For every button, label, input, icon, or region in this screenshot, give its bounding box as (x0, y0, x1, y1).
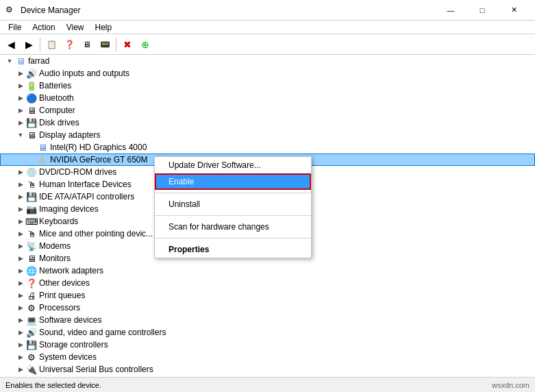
label-intel: Intel(R) HD Graphics 4000 (50, 143, 147, 152)
menu-view[interactable]: View (61, 21, 90, 34)
title-bar-controls: — □ ✕ (435, 0, 530, 21)
expander-other[interactable]: ▶ (15, 278, 26, 289)
label-storage: Storage controllers (39, 340, 108, 350)
tree-item-system[interactable]: ▶ ⚙ System devices (0, 351, 535, 363)
icon-computer: 🖥 (15, 56, 26, 66)
expander-storage[interactable]: ▶ (15, 339, 26, 350)
icon-nvidia: ⚠ (37, 154, 48, 165)
expander-sound[interactable]: ▶ (15, 327, 26, 338)
scan-button[interactable]: 🖥 (79, 36, 95, 53)
tree-panel[interactable]: ▼ 🖥 farrad ▶ 🔊 Audio inputs and outputs … (0, 55, 535, 377)
expander-processors[interactable]: ▶ (15, 302, 26, 313)
menu-action[interactable]: Action (27, 21, 60, 34)
label-monitors: Monitors (39, 254, 71, 263)
minimize-button[interactable]: — (435, 0, 466, 21)
label-dvd: DVD/CD-ROM drives (39, 167, 116, 177)
expander-ide[interactable]: ▶ (15, 191, 26, 202)
close-button[interactable]: ✕ (498, 0, 530, 21)
expander-dvd[interactable]: ▶ (15, 167, 26, 177)
tree-item-intel[interactable]: ▶ 🖥 Intel(R) HD Graphics 4000 (0, 141, 535, 154)
maximize-button[interactable]: □ (466, 0, 498, 21)
tree-item-computer[interactable]: ▶ 🖥 Computer (0, 104, 535, 117)
expander-printqueues[interactable]: ▶ (15, 290, 26, 301)
menu-help[interactable]: Help (90, 21, 118, 34)
tree-item-bluetooth[interactable]: ▶ 🔵 Bluetooth (0, 92, 535, 104)
tree-item-diskdrives[interactable]: ▶ 💾 Disk drives (0, 117, 535, 129)
update-driver-button[interactable]: 📟 (97, 36, 113, 53)
tree-item-batteries[interactable]: ▶ 🔋 Batteries (0, 79, 535, 92)
expander-computer[interactable]: ▶ (15, 105, 26, 116)
properties-button[interactable]: 📋 (43, 36, 60, 53)
title-bar-title: Device Manager (21, 5, 435, 15)
icon-dvd: 💿 (26, 167, 37, 177)
icon-system: ⚙ (26, 352, 37, 363)
expander-imaging[interactable]: ▶ (15, 204, 26, 215)
tree-item-processors[interactable]: ▶ ⚙ Processors (0, 302, 535, 314)
tree-item-usb[interactable]: ▶ 🔌 Universal Serial Bus controllers (0, 363, 535, 376)
tree-item-printqueues[interactable]: ▶ 🖨 Print queues (0, 289, 535, 302)
icon-sound: 🔊 (26, 327, 37, 338)
label-root: farrad (28, 56, 49, 66)
tree-item-software[interactable]: ▶ 💻 Software devices (0, 314, 535, 326)
context-menu-uninstall[interactable]: Uninstall (155, 196, 311, 212)
expander-audio[interactable]: ▶ (15, 68, 26, 79)
expander-modems[interactable]: ▶ (15, 241, 26, 252)
icon-other: ❓ (26, 278, 37, 289)
label-bluetooth: Bluetooth (39, 93, 74, 103)
label-processors: Processors (39, 303, 80, 313)
expander-hid[interactable]: ▶ (15, 179, 26, 190)
icon-software: 💻 (26, 315, 37, 326)
expander-network[interactable]: ▶ (15, 265, 26, 276)
label-mice: Mice and other pointing devic... (39, 229, 153, 238)
expander-root[interactable]: ▼ (4, 56, 15, 66)
tree-item-displayadapters[interactable]: ▼ 🖥 Display adapters (0, 129, 535, 141)
tree-item-network[interactable]: ▶ 🌐 Network adapters (0, 265, 535, 277)
help-button[interactable]: ❓ (61, 36, 77, 53)
icon-monitors: 🖥 (26, 253, 37, 264)
label-software: Software devices (39, 315, 101, 325)
toolbar-sep-2 (116, 38, 116, 51)
icon-batteries: 🔋 (26, 80, 37, 91)
tree-item-root[interactable]: ▼ 🖥 farrad (0, 55, 535, 67)
forward-button[interactable]: ▶ (21, 36, 37, 53)
icon-storage: 💾 (26, 339, 37, 350)
remove-button[interactable]: ✖ (119, 36, 136, 53)
context-menu-update-driver[interactable]: Update Driver Software... (155, 157, 311, 173)
expander-system[interactable]: ▶ (15, 352, 26, 363)
context-menu-enable[interactable]: Enable (155, 173, 311, 190)
tree-item-storage[interactable]: ▶ 💾 Storage controllers (0, 339, 535, 351)
back-button[interactable]: ◀ (3, 36, 19, 53)
toolbar-sep-1 (40, 38, 40, 51)
icon-displayadapters: 🖥 (26, 130, 37, 140)
icon-mice: 🖱 (26, 228, 37, 239)
menu-bar: File Action View Help (0, 21, 535, 34)
expander-bluetooth[interactable]: ▶ (15, 93, 26, 103)
label-nvidia: NVIDIA GeForce GT 650M (50, 155, 148, 164)
expander-diskdrives[interactable]: ▶ (15, 117, 26, 128)
icon-bluetooth: 🔵 (26, 93, 37, 103)
context-menu-properties[interactable]: Properties (155, 241, 311, 258)
expander-software[interactable]: ▶ (15, 315, 26, 326)
status-text: Enables the selected device. (5, 381, 492, 389)
tree-item-audio[interactable]: ▶ 🔊 Audio inputs and outputs (0, 67, 535, 79)
icon-keyboards: ⌨ (26, 216, 37, 227)
context-menu-scan[interactable]: Scan for hardware changes (155, 219, 311, 235)
app-icon: ⚙ (5, 5, 16, 16)
menu-file[interactable]: File (3, 21, 27, 34)
add-button[interactable]: ⊕ (137, 36, 153, 53)
expander-displayadapters[interactable]: ▼ (15, 130, 26, 140)
label-printqueues: Print queues (39, 291, 85, 300)
expander-batteries[interactable]: ▶ (15, 80, 26, 91)
context-menu-sep-3 (155, 238, 311, 238)
tree-item-sound[interactable]: ▶ 🔊 Sound, video and game controllers (0, 326, 535, 339)
label-system: System devices (39, 352, 97, 362)
expander-usb[interactable]: ▶ (15, 364, 26, 375)
status-right: wsxdn.com (492, 381, 530, 389)
expander-mice[interactable]: ▶ (15, 228, 26, 239)
expander-monitors[interactable]: ▶ (15, 253, 26, 264)
icon-modems: 📡 (26, 241, 37, 252)
tree-item-other[interactable]: ▶ ❓ Other devices (0, 277, 535, 289)
title-bar: ⚙ Device Manager — □ ✕ (0, 0, 535, 21)
label-diskdrives: Disk drives (39, 118, 79, 127)
icon-computer2: 🖥 (26, 105, 37, 116)
